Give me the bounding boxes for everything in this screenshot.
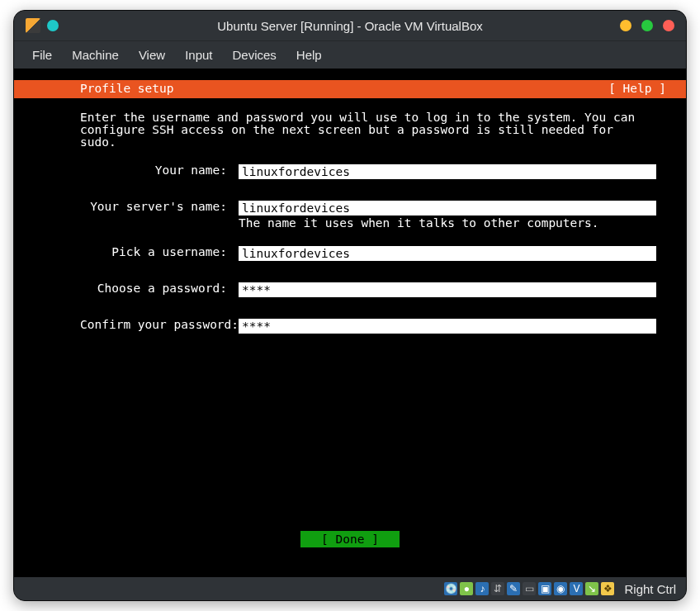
camera-icon[interactable]: ◉ bbox=[554, 582, 567, 595]
hdd-icon[interactable]: 💿 bbox=[444, 582, 457, 595]
input-username[interactable]: linuxfordevices bbox=[239, 246, 656, 261]
optical-icon[interactable]: ● bbox=[460, 582, 473, 595]
label-username: Pick a username: bbox=[80, 246, 239, 258]
usb-icon[interactable]: ⇵ bbox=[491, 582, 504, 595]
network-icon[interactable]: V bbox=[570, 582, 583, 595]
recording-icon[interactable]: ▣ bbox=[538, 582, 551, 595]
label-your-name: Your name: bbox=[80, 164, 239, 177]
label-confirm-password: Confirm your password: bbox=[80, 319, 239, 331]
titlebar-dot-left[interactable] bbox=[47, 20, 59, 31]
guest-display[interactable]: Profile setup [ Help ] Enter the usernam… bbox=[14, 69, 686, 577]
menu-view[interactable]: View bbox=[130, 45, 173, 65]
titlebar[interactable]: Ubuntu Server [Running] - Oracle VM Virt… bbox=[14, 11, 686, 40]
input-confirm-password[interactable]: **** bbox=[239, 319, 656, 334]
input-password[interactable]: **** bbox=[239, 282, 656, 297]
app-icon bbox=[26, 18, 40, 33]
installer-title: Profile setup bbox=[80, 83, 174, 95]
input-your-name[interactable]: linuxfordevices bbox=[239, 164, 656, 179]
close-button[interactable] bbox=[663, 20, 674, 31]
mouse-integration-icon[interactable]: ↘ bbox=[585, 582, 598, 595]
window-title: Ubuntu Server [Running] - Oracle VM Virt… bbox=[14, 19, 686, 33]
profile-form: Your name: linuxfordevices Your server's… bbox=[80, 164, 656, 355]
minimize-button[interactable] bbox=[620, 20, 631, 31]
done-button[interactable]: [ Done ] bbox=[300, 531, 400, 547]
maximize-button[interactable] bbox=[641, 20, 653, 31]
shared-folder-icon[interactable]: ✎ bbox=[507, 582, 520, 595]
clipboard-icon[interactable]: ❖ bbox=[601, 582, 614, 595]
menu-input[interactable]: Input bbox=[177, 45, 220, 65]
display-icon[interactable]: ▭ bbox=[523, 582, 536, 595]
status-icons: 💿●♪⇵✎▭▣◉V↘❖ bbox=[444, 582, 614, 595]
input-server-name[interactable]: linuxfordevices bbox=[239, 201, 656, 216]
help-button[interactable]: [ Help ] bbox=[608, 83, 674, 95]
menubar: File Machine View Input Devices Help bbox=[14, 40, 686, 69]
installer-description: Enter the username and password you will… bbox=[80, 111, 653, 149]
hint-server-name: The name it uses when it talks to other … bbox=[239, 217, 656, 230]
audio-icon[interactable]: ♪ bbox=[475, 582, 489, 595]
menu-machine[interactable]: Machine bbox=[64, 45, 127, 65]
host-key-indicator[interactable]: Right Ctrl bbox=[624, 582, 676, 596]
menu-file[interactable]: File bbox=[24, 45, 60, 65]
installer-header: Profile setup [ Help ] bbox=[14, 80, 686, 98]
label-password: Choose a password: bbox=[80, 282, 239, 295]
menu-help[interactable]: Help bbox=[288, 45, 330, 65]
virtualbox-window: Ubuntu Server [Running] - Oracle VM Virt… bbox=[13, 10, 687, 601]
menu-devices[interactable]: Devices bbox=[225, 45, 285, 65]
label-server-name: Your server's name: bbox=[80, 201, 239, 213]
statusbar: 💿●♪⇵✎▭▣◉V↘❖ Right Ctrl bbox=[14, 577, 686, 600]
